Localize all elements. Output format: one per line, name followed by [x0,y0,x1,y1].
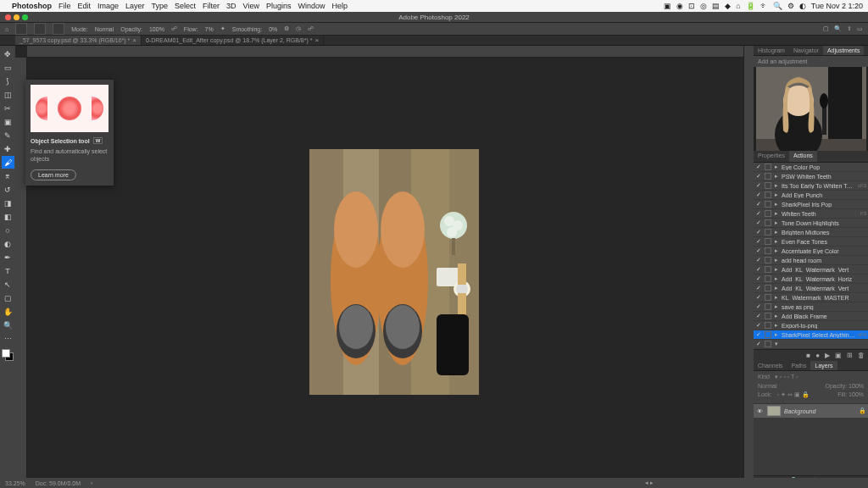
canvas-area[interactable]: Object Selection tool W Find and automat… [15,46,743,485]
object-select-tool[interactable]: ◫ [2,88,14,101]
action-check[interactable]: ✓ [755,275,762,282]
chevron-right-icon[interactable]: › [91,480,92,486]
caret-icon[interactable]: ▸ [774,182,779,189]
action-row[interactable]: ✓▸Add Eye Punch [754,191,868,200]
type-tool[interactable]: T [2,264,14,277]
action-dialog-toggle[interactable] [765,191,771,198]
action-check[interactable]: ✓ [755,191,762,198]
pen-tool[interactable]: ✒ [2,251,14,263]
action-check[interactable]: ✓ [755,210,762,217]
heal-tool[interactable]: ✚ [2,142,14,155]
action-dialog-toggle[interactable] [765,173,771,180]
caret-icon[interactable]: ▸ [774,331,779,338]
action-dialog-toggle[interactable] [765,275,771,282]
trash-icon[interactable]: 🗑 [858,352,865,359]
action-check[interactable]: ✓ [755,219,762,226]
action-check[interactable]: ✓ [755,173,762,180]
tab-layers[interactable]: Layers [810,361,837,370]
action-check[interactable]: ✓ [755,322,762,329]
action-dialog-toggle[interactable] [765,331,771,338]
menu-3d[interactable]: 3D [226,2,236,10]
lock-icons[interactable]: ▫ ✦ ⇔ ▣ 🔒 [777,391,810,398]
action-row[interactable]: ✓▸Tone Down Highlights [754,219,868,228]
menu-filter[interactable]: Filter [203,2,220,10]
action-check[interactable]: ✓ [755,294,762,301]
action-check[interactable]: ✓ [755,229,762,236]
zoom-status[interactable]: 33.25% [5,480,25,486]
pressure-size-icon[interactable]: ☍ [308,25,314,32]
wifi-icon[interactable]: ᯤ [760,2,768,10]
doc-tab-1[interactable]: _57_9573 copy.psd @ 33.3% (RGB/16*) * × [15,36,142,45]
action-check[interactable]: ✓ [755,201,762,208]
ruler-horizontal[interactable] [27,46,743,58]
fill-field[interactable]: Fill: 100% [837,391,864,398]
layer-row[interactable]: 👁 Background 🔒 [754,404,868,418]
app-menu[interactable]: Photoshop [12,2,52,10]
layer-thumb[interactable] [767,406,781,416]
learn-more-button[interactable]: Learn more [31,169,76,180]
blur-tool[interactable]: ○ [2,224,14,236]
dodge-tool[interactable]: ◐ [2,237,14,250]
caret-icon[interactable]: ▸ [774,219,779,226]
menu-image[interactable]: Image [97,2,119,10]
cast-icon[interactable]: ▤ [712,2,720,10]
action-row[interactable]: ✓▸Add_KL_Watermark_Horiz [754,274,868,284]
battery-icon[interactable]: 🔋 [746,2,755,10]
caret-icon[interactable]: ▸ [774,238,779,245]
opt-share-icon[interactable]: ⇪ [847,25,852,32]
menu-layer[interactable]: Layer [125,2,145,10]
action-dialog-toggle[interactable] [765,303,771,310]
caret-icon[interactable]: ▸ [774,257,779,263]
caret-icon[interactable]: ▸ [774,210,779,217]
tool-preset[interactable] [15,23,27,35]
marquee-tool[interactable]: ▭ [2,61,14,74]
layers-body[interactable]: 👁 Background 🔒 [754,404,868,475]
action-check[interactable]: ✓ [755,331,762,338]
control-icon[interactable]: ⚙ [787,2,794,10]
visibility-icon[interactable]: 👁 [755,408,764,414]
brush-tool[interactable]: 🖌 [2,156,14,169]
action-dialog-toggle[interactable] [765,229,771,236]
caret-icon[interactable]: ▸ [774,201,779,208]
action-row[interactable]: ✓▸Brighten Midtones [754,228,868,237]
action-dialog-toggle[interactable] [765,257,771,263]
kind-filter-icon[interactable]: ▾ ▫ ▫ ▫ T ▫ [775,374,798,380]
more-tool[interactable]: ⋯ [2,332,14,345]
mode-select[interactable]: Normal [95,26,114,32]
menu-type[interactable]: Type [152,2,169,10]
caret-icon[interactable]: ▸ [774,275,779,282]
new-icon[interactable]: ⊞ [847,352,853,359]
action-check[interactable]: ✓ [755,266,762,273]
siri-icon[interactable]: ◐ [799,2,806,10]
blend-mode[interactable]: Normal [758,383,777,389]
action-check[interactable]: ✓ [755,313,762,319]
tab-navigator[interactable]: Navigator [789,46,823,55]
close-tab-icon[interactable]: × [132,36,136,44]
action-check[interactable]: ✓ [755,247,762,254]
tab-paths[interactable]: Paths [787,361,811,370]
record-icon[interactable]: ● [815,352,820,359]
play-icon[interactable]: ▶ [825,352,830,359]
tab-histogram[interactable]: Histogram [754,46,789,55]
caret-icon[interactable]: ▸ [774,303,779,310]
caret-icon[interactable]: ▸ [774,294,779,301]
action-dialog-toggle[interactable] [765,341,771,347]
eyedropper-tool[interactable]: ✎ [2,129,14,141]
action-dialog-toggle[interactable] [765,182,771,189]
camera-icon[interactable]: ▣ [664,2,671,10]
action-check[interactable]: ✓ [755,257,762,263]
brush-panel[interactable] [53,23,64,35]
doc-status[interactable]: Doc: 59.0M/0.0M [36,480,81,486]
smoothing-value[interactable]: 0% [269,26,277,32]
min-dot[interactable] [14,14,19,20]
crop-tool[interactable]: ✂ [2,102,14,114]
action-dialog-toggle[interactable] [765,238,771,245]
action-dialog-toggle[interactable] [765,285,771,291]
action-row[interactable]: ✓▾ [754,340,868,349]
action-row[interactable]: ✓▸PSW Whiten Teeth [754,172,868,181]
bt-icon[interactable]: ◎ [700,2,707,10]
max-dot[interactable] [22,14,28,20]
caret-icon[interactable]: ▸ [774,173,779,180]
angle-icon[interactable]: ◷ [296,25,301,32]
frame-tool[interactable]: ▣ [2,115,14,128]
